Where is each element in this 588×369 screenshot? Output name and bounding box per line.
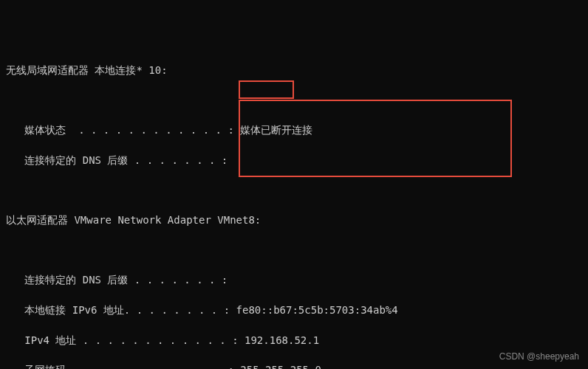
adapter-vmnet8-ipv4: IPv4 地址 . . . . . . . . . . . . : 192.16…: [6, 333, 582, 348]
label: 媒体状态 . . . . . . . . . . . . :: [6, 124, 240, 136]
blank-line: [6, 243, 582, 258]
label: 子网掩码 . . . . . . . . . . . . :: [6, 364, 240, 369]
adapter-wlan-title: 无线局域网适配器 本地连接* 10:: [6, 63, 582, 77]
adapter-wlan-media-state: 媒体状态 . . . . . . . . . . . . : 媒体已断开连接: [6, 123, 582, 137]
value: 媒体已断开连接: [240, 124, 312, 136]
title-prefix: 以太网适配器 VMware Network Adapter: [6, 214, 217, 226]
blank-line: [6, 93, 582, 108]
adapter-vmnet8-ipv6: 本地链接 IPv6 地址. . . . . . . . : fe80::b67:…: [6, 303, 582, 317]
title-name: VMnet8:: [217, 214, 261, 226]
adapter-vmnet8-mask: 子网掩码 . . . . . . . . . . . . : 255.255.2…: [6, 362, 582, 369]
value: 192.168.52.1: [245, 334, 319, 346]
adapter-vmnet8-dns-suffix: 连接特定的 DNS 后缀 . . . . . . . :: [6, 272, 582, 287]
value: fe80::b67:5c5b:5703:34ab%4: [236, 304, 398, 316]
watermark-text: CSDN @sheepyeah: [499, 351, 579, 363]
adapter-wlan-dns-suffix: 连接特定的 DNS 后缀 . . . . . . . :: [6, 153, 582, 168]
value: 255.255.255.0: [240, 364, 321, 369]
adapter-vmnet8-title: 以太网适配器 VMware Network Adapter VMnet8:: [6, 213, 582, 227]
label: 本地链接 IPv6 地址. . . . . . . . :: [6, 304, 236, 316]
label: IPv4 地址 . . . . . . . . . . . . :: [6, 334, 245, 346]
blank-line: [6, 183, 582, 198]
